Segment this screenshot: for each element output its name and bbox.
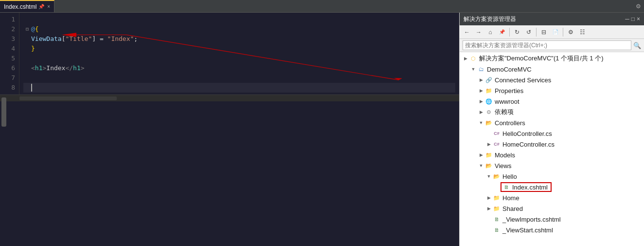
index-cshtml-label: Index.cshtml [512,184,548,191]
project-label: DemoCoreMVC [487,66,532,73]
forward-button[interactable]: → [473,27,484,38]
hello-folder-icon: 📂 [493,172,501,180]
open-brace: { [35,24,39,34]
wwwroot-icon: 🌐 [485,97,493,105]
connected-icon: 🔗 [485,76,493,84]
search-input[interactable] [463,40,631,50]
refresh-button[interactable]: ↺ [523,27,534,38]
tree-item-shared-folder[interactable]: ▶ 📁 Shared [460,203,644,214]
tree-item-index-cshtml[interactable]: 🗎 Index.cshtml [460,182,644,192]
expand-controllers[interactable]: ▼ [477,119,485,127]
code-line-8 [23,83,455,93]
editor-wrapper: 1 2 3 4 5 6 7 8 ⊟@{ ViewData["Title"] = … [0,13,459,95]
connected-label: Connected Services [495,76,551,84]
tree-item-connected-services[interactable]: ▶ 🔗 Connected Services [460,75,644,85]
minimize-button[interactable]: ─ [625,16,629,22]
code-line-5 [23,54,455,63]
main-area: 1 2 3 4 5 6 7 8 ⊟@{ ViewData["Title"] = … [0,13,644,246]
pin-button[interactable]: 📌 [497,27,507,38]
tree-item-home-folder[interactable]: ▶ 📁 Home [460,192,644,203]
toolbar-sep-3 [563,28,563,37]
highlighted-file-box: 🗎 Index.cshtml [501,182,552,192]
view-button[interactable]: ☷ [577,27,588,38]
show-all-files-button[interactable]: 📄 [550,27,561,38]
expand-project[interactable]: ▼ [469,65,477,73]
solution-explorer-panel: 解决方案资源管理器 ─ □ × ← → ⌂ 📌 ↻ ↺ ⊟ 📄 ⚙ ☷ 🔍 [459,13,644,246]
hello-controller-icon: C# [493,130,501,137]
viewstart-icon: 🗎 [493,226,501,234]
properties-folder-icon: 📁 [485,87,493,95]
panel-title-controls: ─ □ × [625,16,640,22]
code-line-1 [23,15,455,24]
expand-deps[interactable]: ▶ [477,108,485,116]
tree-item-hello-controller[interactable]: C# HelloController.cs [460,128,644,139]
tree-item-project[interactable]: ▼ 🗂 DemoCoreMVC [460,64,644,75]
viewimports-icon: 🗎 [493,215,501,223]
tree-item-views[interactable]: ▼ 📂 Views [460,160,644,171]
properties-label: Properties [495,87,523,95]
solution-label: 解决方案"DemoCoreMVC"(1 个项目/共 1 个) [479,54,604,63]
tree-item-viewimports[interactable]: 🗎 _ViewImports.cshtml [460,214,644,225]
tree-item-properties[interactable]: ▶ 📁 Properties [460,85,644,96]
views-label: Views [495,162,511,170]
expand-viewimports [485,215,493,223]
tree-item-viewstart[interactable]: 🗎 _ViewStart.cshtml [460,225,644,235]
deps-icon: ⚙ [485,108,493,116]
back-button[interactable]: ← [462,27,472,38]
shared-folder-label: Shared [502,205,523,212]
tree-item-solution[interactable]: ▶ ⬡ 解决方案"DemoCoreMVC"(1 个项目/共 1 个) [460,53,644,64]
tab-bar: Index.cshtml 📌 × ⚙ [0,0,644,13]
tree-item-hello-folder[interactable]: ▼ 📂 Hello [460,171,644,182]
expand-connected[interactable]: ▶ [477,76,485,84]
expand-models[interactable]: ▶ [477,151,485,159]
expand-wwwroot[interactable]: ▶ [477,97,485,105]
expand-hello[interactable]: ▼ [485,172,493,180]
expand-properties[interactable]: ▶ [477,87,485,95]
hello-controller-label: HelloController.cs [502,130,552,137]
code-line-7 [23,73,455,83]
tree-item-models[interactable]: ▶ 📁 Models [460,150,644,160]
expand-home-ctrl[interactable]: ▶ [485,140,493,148]
code-editor[interactable]: ⊟@{ ViewData["Title"] = "Index"; } <h1>I… [19,13,459,95]
expand-home[interactable]: ▶ [485,194,493,202]
index-cshtml-icon: 🗎 [502,183,510,191]
editor-horizontal-scrollbar[interactable] [0,95,459,101]
viewstart-label: _ViewStart.cshtml [502,227,553,234]
tab-close-button[interactable]: × [47,4,50,9]
properties-button[interactable]: ⚙ [565,27,576,38]
expand-shared[interactable]: ▶ [485,205,493,212]
scrollbar-thumb[interactable] [1,97,6,127]
collapse-all-button[interactable]: ⊟ [538,27,549,38]
wwwroot-label: wwwroot [495,98,519,105]
tree-item-controllers[interactable]: ▼ 📂 Controllers [460,117,644,128]
close-panel-button[interactable]: × [637,16,640,22]
viewimports-label: _ViewImports.cshtml [502,216,561,223]
panel-toolbar: ← → ⌂ 📌 ↻ ↺ ⊟ 📄 ⚙ ☷ [460,25,644,39]
tab-index-cshtml[interactable]: Index.cshtml 📌 × [0,0,54,12]
home-folder-label: Home [502,194,519,202]
home-button[interactable]: ⌂ [485,27,496,38]
text-cursor [31,84,32,92]
home-folder-icon: 📁 [493,194,501,202]
home-controller-label: HomeController.cs [502,141,555,148]
toolbar-sep-2 [536,28,537,37]
controllers-label: Controllers [495,119,525,127]
tree-item-home-controller[interactable]: ▶ C# HomeController.cs [460,139,644,150]
toolbar-sep-1 [509,28,510,37]
models-label: Models [495,151,515,159]
editor-area: 1 2 3 4 5 6 7 8 ⊟@{ ViewData["Title"] = … [0,13,459,246]
expand-views[interactable]: ▼ [477,162,485,170]
home-controller-icon: C# [493,140,501,148]
search-icon[interactable]: 🔍 [633,42,641,49]
hello-folder-label: Hello [502,173,517,180]
sync-button[interactable]: ↻ [512,27,522,38]
tree-item-wwwroot[interactable]: ▶ 🌐 wwwroot [460,96,644,107]
project-icon: 🗂 [477,65,485,73]
collapse-2[interactable]: ⊟ [23,24,31,34]
tree-item-deps[interactable]: ▶ ⚙ 依赖项 [460,107,644,117]
line-numbers: 1 2 3 4 5 6 7 8 [0,13,19,95]
models-icon: 📁 [485,151,493,159]
expand-solution[interactable]: ▶ [462,55,469,62]
float-button[interactable]: □ [631,16,635,22]
gear-icon[interactable]: ⚙ [636,3,641,10]
